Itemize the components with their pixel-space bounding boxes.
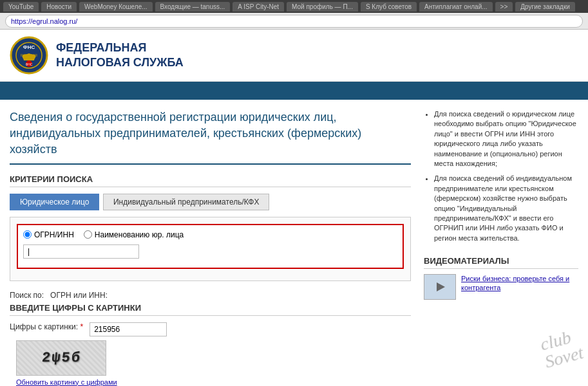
radio-name-label[interactable]: Наименованию юр. лица <box>84 230 184 239</box>
search-tabs: Юридическое лицо Индивидуальный предприн… <box>10 194 411 210</box>
tab-more[interactable]: >> <box>495 2 513 12</box>
tab-juridical[interactable]: Юридическое лицо <box>10 194 99 210</box>
info-list: Для поиска сведений о юридическом лице н… <box>424 109 578 243</box>
refresh-captcha-link[interactable]: Обновить картинку с цифрами <box>16 378 411 386</box>
search-box-highlighted: ОГРН/ИНН Наименованию юр. лица <box>17 224 404 269</box>
outer-search-row: Поиск по: ОГРН или ИНН: <box>10 291 411 300</box>
tab-club[interactable]: S Клуб советов <box>361 2 417 12</box>
radio-ogrn-text: ОГРН/ИНН <box>34 230 74 239</box>
nav-bar <box>0 82 588 100</box>
captcha-heading: ВВЕДИТЕ ЦИФРЫ С КАРТИНКИ <box>10 303 411 316</box>
captcha-input[interactable] <box>90 322 167 336</box>
ogrn-row <box>23 244 397 259</box>
radio-name-text: Наименованию юр. лица <box>95 230 184 239</box>
captcha-image: 2ψ5б <box>16 340 106 376</box>
search-form: ОГРН/ИНН Наименованию юр. лица <box>10 217 411 281</box>
fns-logo: ФНС РОССИЯ ФНС <box>10 36 48 75</box>
address-bar <box>0 13 588 30</box>
search-by-label: Поиск по: <box>10 291 44 300</box>
left-column: Сведения о государственной регистрации ю… <box>10 109 411 386</box>
main-area: Сведения о государственной регистрации ю… <box>0 100 588 386</box>
captcha-display-text: 2ψ5б <box>41 350 82 366</box>
tab-isp[interactable]: A ISP City-Net <box>232 2 284 12</box>
right-column: Для поиска сведений о юридическом лице н… <box>424 109 578 386</box>
ogrn-label: ОГРН или ИНН: <box>50 291 108 300</box>
radio-name[interactable] <box>84 230 92 239</box>
browser-tabs-bar: YouTube Новости WebMoney Кошеле... Входя… <box>0 0 588 13</box>
required-star: * <box>80 322 83 331</box>
video-section: ВИДЕОМАТЕРИАЛЫ Риски бизнеса: проверьте … <box>424 256 578 300</box>
video-section-title: ВИДЕОМАТЕРИАЛЫ <box>424 256 578 269</box>
header-title: ФЕДЕРАЛЬНАЯ НАЛОГОВАЯ СЛУЖБА <box>56 41 184 71</box>
video-thumbnail <box>424 274 456 300</box>
search-criteria-section: КРИТЕРИИ ПОИСКА Юридическое лицо Индивид… <box>10 174 411 386</box>
tab-bookmarks[interactable]: Другие закладки <box>515 2 575 12</box>
video-link-1[interactable]: Риски бизнеса: проверьте себя и контраге… <box>461 274 578 293</box>
search-criteria-heading: КРИТЕРИИ ПОИСКА <box>10 174 411 187</box>
svg-text:ФНС: ФНС <box>23 44 35 50</box>
site-header: ФНС РОССИЯ ФНС ФЕДЕРАЛЬНАЯ НАЛОГОВАЯ СЛУ… <box>0 30 588 82</box>
address-input[interactable] <box>5 15 583 28</box>
tab-youtube[interactable]: YouTube <box>3 2 39 12</box>
tab-antiplag[interactable]: Антиплагиат онлай... <box>419 2 493 12</box>
tab-webmoney[interactable]: WebMoney Кошеле... <box>79 2 153 12</box>
captcha-image-area: 2ψ5б Обновить картинку с цифрами <box>16 340 411 386</box>
info-item-1: Для поиска сведений о юридическом лице н… <box>434 109 578 169</box>
captcha-label: Цифры с картинки: * <box>10 322 83 331</box>
captcha-section: ВВЕДИТЕ ЦИФРЫ С КАРТИНКИ Цифры с картинк… <box>10 303 411 386</box>
tab-news[interactable]: Новости <box>41 2 77 12</box>
radio-ogrn[interactable] <box>23 230 32 239</box>
search-radio-row: ОГРН/ИНН Наименованию юр. лица <box>23 230 397 239</box>
radio-ogrn-label[interactable]: ОГРН/ИНН <box>23 230 74 239</box>
page-title: Сведения о государственной регистрации ю… <box>10 109 411 165</box>
tab-profile[interactable]: Мой профиль — П... <box>287 2 358 12</box>
video-item-1: Риски бизнеса: проверьте себя и контраге… <box>424 274 578 300</box>
info-item-2: Для поиска сведений об индивидуальном пр… <box>434 174 578 243</box>
captcha-row: Цифры с картинки: * <box>10 322 411 336</box>
svg-text:ФНС: ФНС <box>25 62 32 66</box>
ogrn-input[interactable] <box>23 244 139 259</box>
page-content: ФНС РОССИЯ ФНС ФЕДЕРАЛЬНАЯ НАЛОГОВАЯ СЛУ… <box>0 30 588 386</box>
tab-individual[interactable]: Индивидуальный предприниматель/КФХ <box>103 194 270 210</box>
tab-inbox[interactable]: Входящие — tanuss... <box>155 2 231 12</box>
